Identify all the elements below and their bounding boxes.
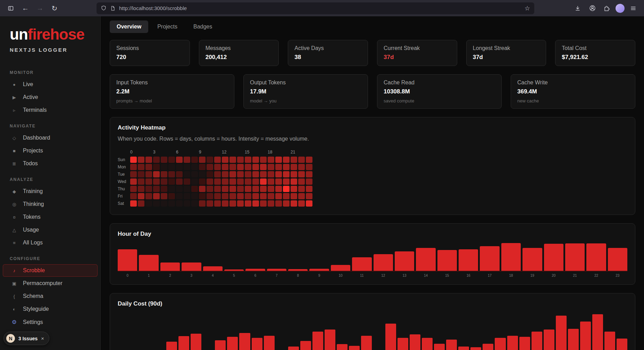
sidebar-item-live[interactable]: ●Live	[3, 78, 98, 91]
sidebar-item-label: Live	[23, 81, 33, 88]
schema-icon: {	[11, 294, 18, 299]
hour-bar	[522, 248, 542, 271]
heatmap-cell	[214, 157, 221, 163]
url-input[interactable]: http://localhost:3000/scrobble	[119, 5, 521, 11]
hour-bar	[267, 269, 286, 271]
heatmap-cell	[199, 157, 206, 163]
sidebar-item-styleguide[interactable]: ◐Styleguide	[3, 303, 98, 315]
heatmap-cell	[199, 164, 206, 170]
training-icon: ◆	[11, 189, 18, 194]
heatmap-cell	[153, 200, 160, 207]
window-icon[interactable]	[5, 2, 17, 14]
stat-label: Active Days	[294, 45, 361, 51]
daily-cost-bar	[483, 344, 493, 350]
heatmap-cell	[306, 186, 312, 192]
todos-icon: ≣	[11, 161, 18, 166]
heatmap-cell	[214, 186, 221, 192]
heatmap-cell	[138, 200, 144, 207]
tab-badges[interactable]: Badges	[186, 20, 219, 33]
heatmap-cell	[176, 178, 183, 185]
heatmap-cell	[191, 186, 198, 192]
sidebar-item-dashboard[interactable]: ◇Dashboard	[3, 132, 98, 144]
app-logo: unfirehose	[0, 27, 100, 42]
logo-firehose: firehose	[28, 26, 84, 43]
heatmap-cell	[222, 171, 228, 177]
sidebar-item-all-logs[interactable]: ≡All Logs	[3, 236, 98, 249]
reload-button[interactable]: ↻	[49, 2, 60, 14]
download-icon[interactable]	[572, 2, 584, 14]
hour-axis-label: 22	[586, 274, 606, 277]
hour-axis-label: 18	[501, 274, 521, 277]
sidebar-item-schema[interactable]: {Schema	[3, 290, 98, 302]
menu-icon[interactable]	[627, 2, 639, 14]
heatmap-cell	[130, 186, 137, 192]
stat-sublabel: new cache	[517, 98, 629, 103]
heatmap-cell	[138, 186, 144, 192]
stat-value: 369.4M	[517, 88, 629, 95]
daily-cost-bar	[300, 341, 311, 350]
heatmap-day-label: Sat	[118, 201, 130, 206]
issues-badge[interactable]: N 3 Issues ×	[3, 332, 49, 345]
stat-card-sessions: Sessions720	[110, 40, 190, 66]
forward-button[interactable]: →	[34, 2, 46, 14]
stat-value: $7,921.62	[562, 54, 629, 61]
heatmap-cell	[207, 164, 213, 170]
tab-overview[interactable]: Overview	[110, 20, 148, 33]
extensions-icon[interactable]	[601, 2, 613, 14]
sidebar-item-tokens[interactable]: ¤Tokens	[3, 211, 98, 223]
heatmap-hour-label	[184, 150, 190, 155]
tab-projects[interactable]: Projects	[150, 20, 184, 33]
heatmap-cell	[153, 164, 160, 170]
close-icon[interactable]: ×	[41, 335, 44, 341]
sidebar-item-permacomputer[interactable]: ▣Permacomputer	[3, 277, 98, 290]
sidebar-item-scrobble[interactable]: ♪Scrobble	[3, 264, 98, 277]
page-icon[interactable]	[110, 6, 116, 11]
heatmap-cell	[161, 157, 167, 163]
sidebar-item-thinking[interactable]: ◎Thinking	[3, 198, 98, 210]
usage-icon: △	[11, 227, 18, 233]
heatmap-cell	[145, 186, 152, 192]
panel-title: Activity Heatmap	[118, 124, 627, 131]
heatmap-cell	[184, 164, 190, 170]
heatmap-hour-label	[260, 150, 267, 155]
heatmap-cell	[260, 178, 267, 185]
stat-label: Longest Streak	[473, 45, 540, 51]
stat-value: 37d	[384, 54, 451, 61]
sidebar-item-todos[interactable]: ≣Todos	[3, 157, 98, 170]
sidebar-item-terminals[interactable]: ▹Terminals	[3, 104, 98, 116]
sidebar-item-label: Terminals	[23, 107, 47, 113]
shield-icon[interactable]	[101, 5, 107, 11]
hour-axis-label: 4	[203, 274, 223, 277]
heatmap-cell	[138, 193, 144, 199]
heatmap-cell	[229, 200, 236, 207]
heatmap-day-label: Wed	[118, 179, 130, 184]
heatmap-cell	[260, 200, 267, 207]
stat-card-current-streak: Current Streak37d	[377, 40, 457, 66]
sidebar-item-usage[interactable]: △Usage	[3, 224, 98, 236]
url-bar[interactable]: http://localhost:3000/scrobble ☆	[97, 2, 534, 14]
stat-card-cache-read: Cache Read10308.8Msaved compute	[377, 74, 502, 109]
daily-cost-panel: Daily Cost (90d)	[110, 293, 635, 350]
back-button[interactable]: ←	[19, 2, 31, 14]
sidebar-item-active[interactable]: ▶Active	[3, 91, 98, 103]
sidebar-item-projects[interactable]: ■Projects	[3, 144, 98, 157]
heatmap-cell	[184, 157, 190, 163]
bookmark-star-icon[interactable]: ☆	[525, 5, 530, 12]
heatmap-cell	[145, 200, 152, 207]
heatmap-cell	[214, 171, 221, 177]
issues-badge-label: 3 Issues	[18, 336, 37, 341]
hour-of-day-axis: 01234567891011121314151617181920212223	[118, 274, 627, 277]
heatmap-cell	[168, 164, 175, 170]
hour-axis-label: 6	[245, 274, 265, 277]
heatmap-cell	[268, 164, 274, 170]
daily-cost-bar	[507, 336, 518, 350]
sidebar-item-settings[interactable]: ⚙Settings	[3, 316, 98, 328]
tab-bar: OverviewProjectsBadges	[110, 20, 635, 33]
daily-cost-bar	[398, 338, 408, 350]
sidebar: unfirehose NEXTJS LOGGER MONITOR●Live▶Ac…	[0, 16, 101, 350]
heatmap-cell	[291, 157, 297, 163]
heatmap-cell	[214, 200, 221, 207]
profile-avatar[interactable]	[616, 4, 625, 13]
account-icon[interactable]	[586, 2, 598, 14]
sidebar-item-training[interactable]: ◆Training	[3, 185, 98, 198]
